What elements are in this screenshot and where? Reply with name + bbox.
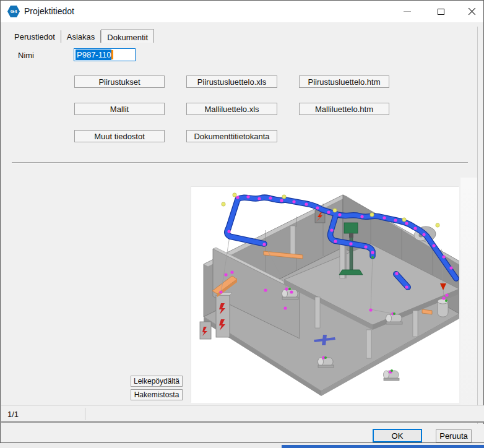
titlebar[interactable]: G4 Projektitiedot <box>1 1 483 22</box>
nimi-selected-text: P987-110 <box>76 50 111 60</box>
maximize-icon <box>438 9 444 15</box>
maximize-button[interactable] <box>426 1 455 22</box>
screen: G4 Projektitiedot Perustiedot Asiakas Do… <box>0 0 484 448</box>
piirustukset-button[interactable]: Piirustukset <box>74 75 165 88</box>
status-bar: 1/1 <box>1 405 484 423</box>
malliluettelo-htm-button[interactable]: Malliluettelo.htm <box>299 103 389 115</box>
projektitiedot-dialog: G4 Projektitiedot Perustiedot Asiakas Do… <box>0 0 484 443</box>
hakemistosta-button[interactable]: Hakemistosta <box>131 389 183 400</box>
tab-dokumentit[interactable]: Dokumentit <box>101 29 154 43</box>
background-accent-bar <box>282 445 484 448</box>
piirustusluettelo-htm-button[interactable]: Piirustusluettelo.htm <box>299 75 389 88</box>
tab-perustiedot[interactable]: Perustiedot <box>9 30 61 43</box>
content-right-edge <box>477 27 478 442</box>
window-title: Projektitiedot <box>24 6 74 16</box>
muut-tiedostot-button[interactable]: Muut tiedostot <box>74 130 165 142</box>
minimize-icon <box>404 11 411 12</box>
malliluettelo-xls-button[interactable]: Malliluettelo.xls <box>186 103 277 115</box>
ghost-overlay-band <box>460 178 477 426</box>
status-separator <box>85 408 85 420</box>
close-button[interactable] <box>457 1 484 22</box>
tab-strip: Perustiedot Asiakas Dokumentit <box>9 30 154 43</box>
model-preview-svg <box>191 187 459 403</box>
piirustusluettelo-xls-button[interactable]: Piirustusluettelo.xls <box>186 75 277 88</box>
page-indicator: 1/1 <box>7 410 19 419</box>
nimi-label: Nimi <box>18 51 34 60</box>
close-icon <box>468 7 476 15</box>
tab-asiakas[interactable]: Asiakas <box>61 30 102 43</box>
text-caret <box>111 50 113 59</box>
minimize-button[interactable] <box>393 1 421 22</box>
horizontal-divider <box>12 162 468 163</box>
nimi-input[interactable]: P987-110 <box>74 48 136 61</box>
footer-panel: OK Peruuta <box>1 424 484 442</box>
mallit-button[interactable]: Mallit <box>74 103 165 115</box>
peruuta-button[interactable]: Peruuta <box>436 429 472 442</box>
background-strip <box>0 443 484 448</box>
dokumenttitietokanta-button[interactable]: Dokumenttitietokanta <box>186 130 277 142</box>
app-icon: G4 <box>7 6 20 17</box>
model-preview-image <box>191 186 459 402</box>
leikepoydalta-button[interactable]: Leikepöydältä <box>131 376 183 387</box>
ok-button[interactable]: OK <box>373 429 422 442</box>
